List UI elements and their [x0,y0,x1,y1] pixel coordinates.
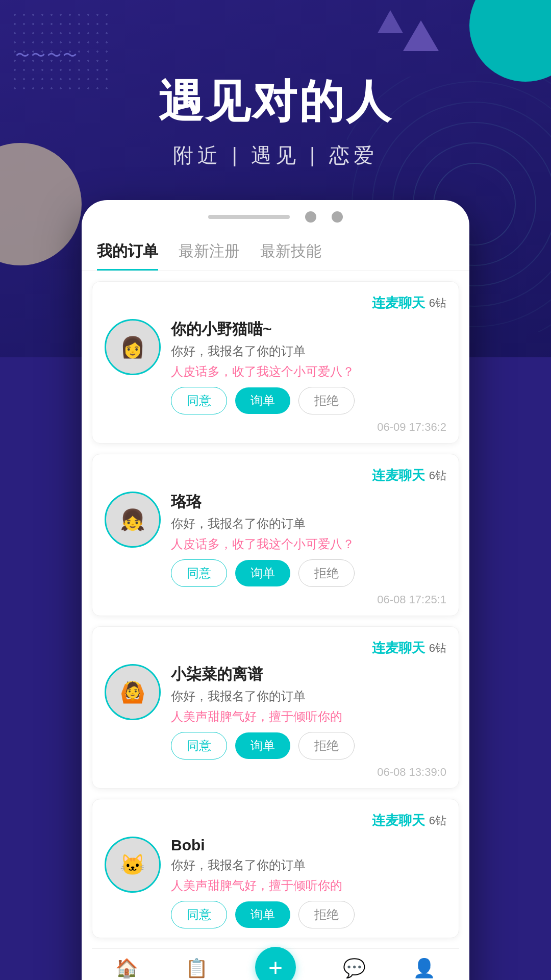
reject-btn-2[interactable]: 拒绝 [298,559,355,587]
card-body-3: 🙆 小柒菜的离谱 你好，我报名了你的订单 人美声甜脾气好，擅于倾听你的 同意 询… [105,664,446,760]
nav-messages[interactable]: 💬 消息 [343,958,366,980]
username-1: 你的小野猫喵~ [171,319,446,340]
action-buttons-3: 同意 询单 拒绝 [171,732,446,760]
action-buttons-2: 同意 询单 拒绝 [171,559,446,587]
card-time-3: 06-08 13:39:0 [105,766,446,779]
reject-btn-4[interactable]: 拒绝 [298,901,355,928]
card-info-2: 珞珞 你好，我报名了你的订单 人皮话多，收了我这个小可爱八？ 同意 询单 拒绝 [171,492,446,587]
hall-icon: 🏠 [115,958,138,979]
avatar-3: 🙆 [105,664,161,720]
tabs-bar: 我的订单 最新注册 最新技能 [82,232,469,271]
username-2: 珞珞 [171,492,446,512]
order-desc-3: 你好，我报名了你的订单 [171,688,446,704]
card-info-4: Bobi 你好，我报名了你的订单 人美声甜脾气好，擅于倾听你的 同意 询单 拒绝 [171,837,446,928]
orders-list: 连麦聊天 6钻 👩 你的小野猫喵~ 你好，我报名了你的订单 人皮话多，收了我这个… [82,281,469,938]
user-intro-3: 人美声甜脾气好，擅于倾听你的 [171,708,446,725]
card-tag-4: 连麦聊天 [372,812,425,829]
card-header-1: 连麦聊天 6钻 [105,294,446,312]
tab-my-orders[interactable]: 我的订单 [97,232,158,271]
hero-title: 遇见对的人 [0,71,551,132]
orders-icon: 📋 [185,958,208,979]
notch-bar [208,215,290,219]
card-header-3: 连麦聊天 6钻 [105,639,446,657]
action-buttons-1: 同意 询单 拒绝 [171,387,446,414]
order-desc-2: 你好，我报名了你的订单 [171,516,446,532]
hero-section: 遇见对的人 附近 | 遇见 | 恋爱 [0,0,551,169]
order-desc-1: 你好，我报名了你的订单 [171,343,446,359]
avatar-emoji-3: 🙆 [120,680,145,704]
card-tag-2: 连麦聊天 [372,467,425,484]
card-price-2: 6钻 [429,468,446,483]
user-intro-1: 人皮话多，收了我这个小可爱八？ [171,363,446,380]
card-price-4: 6钻 [429,813,446,828]
query-btn-4[interactable]: 询单 [235,901,290,928]
avatar-emoji-1: 👩 [120,335,145,359]
card-time-2: 06-08 17:25:1 [105,593,446,606]
avatar-emoji-4: 🐱 [120,853,145,877]
phone-top-bar [82,200,469,232]
card-header-4: 连麦聊天 6钻 [105,812,446,829]
order-card-3: 连麦聊天 6钻 🙆 小柒菜的离谱 你好，我报名了你的订单 人美声甜脾气好，擅于倾… [92,626,459,789]
bottom-nav: 🏠 大厅 📋 订单 + 💬 消息 👤 我的 [92,948,459,980]
action-buttons-4: 同意 询单 拒绝 [171,901,446,928]
agree-btn-1[interactable]: 同意 [171,387,227,414]
profile-icon: 👤 [413,958,436,979]
reject-btn-3[interactable]: 拒绝 [298,732,355,760]
card-header-2: 连麦聊天 6钻 [105,467,446,484]
agree-btn-2[interactable]: 同意 [171,559,227,587]
reject-btn-1[interactable]: 拒绝 [298,387,355,414]
avatar-4: 🐱 [105,837,161,893]
card-price-1: 6钻 [429,296,446,311]
phone-mockup: 我的订单 最新注册 最新技能 连麦聊天 6钻 👩 你的小野猫喵~ 你好，我报名了… [82,200,469,980]
card-info-1: 你的小野猫喵~ 你好，我报名了你的订单 人皮话多，收了我这个小可爱八？ 同意 询… [171,319,446,414]
card-price-3: 6钻 [429,641,446,656]
username-3: 小柒菜的离谱 [171,664,446,685]
username-4: Bobi [171,837,446,854]
tab-latest-register[interactable]: 最新注册 [179,232,240,271]
agree-btn-4[interactable]: 同意 [171,901,227,928]
camera-dot-2 [332,211,343,223]
order-card-1: 连麦聊天 6钻 👩 你的小野猫喵~ 你好，我报名了你的订单 人皮话多，收了我这个… [92,281,459,444]
nav-publish-btn[interactable]: + [255,947,296,980]
avatar-1: 👩 [105,319,161,375]
card-tag-1: 连麦聊天 [372,294,425,312]
avatar-emoji-2: 👧 [120,508,145,532]
user-intro-2: 人皮话多，收了我这个小可爱八？ [171,536,446,552]
user-intro-4: 人美声甜脾气好，擅于倾听你的 [171,877,446,894]
query-btn-3[interactable]: 询单 [235,732,290,759]
query-btn-2[interactable]: 询单 [235,560,290,586]
card-body-2: 👧 珞珞 你好，我报名了你的订单 人皮话多，收了我这个小可爱八？ 同意 询单 拒… [105,492,446,587]
card-info-3: 小柒菜的离谱 你好，我报名了你的订单 人美声甜脾气好，擅于倾听你的 同意 询单 … [171,664,446,760]
card-time-1: 06-09 17:36:2 [105,421,446,434]
agree-btn-3[interactable]: 同意 [171,732,227,760]
nav-hall[interactable]: 🏠 大厅 [115,958,138,980]
order-card-4: 连麦聊天 6钻 🐱 Bobi 你好，我报名了你的订单 人美声甜脾气好，擅于倾听你… [92,799,459,938]
order-card-2: 连麦聊天 6钻 👧 珞珞 你好，我报名了你的订单 人皮话多，收了我这个小可爱八？… [92,454,459,616]
card-tag-3: 连麦聊天 [372,639,425,657]
plus-icon: + [268,953,283,981]
card-body-1: 👩 你的小野猫喵~ 你好，我报名了你的订单 人皮话多，收了我这个小可爱八？ 同意… [105,319,446,414]
message-icon: 💬 [343,958,366,979]
nav-orders[interactable]: 📋 订单 [185,958,208,980]
query-btn-1[interactable]: 询单 [235,387,290,414]
camera-dot-1 [305,211,316,223]
avatar-2: 👧 [105,492,161,548]
hero-subtitle: 附近 | 遇见 | 恋爱 [0,141,551,169]
order-desc-4: 你好，我报名了你的订单 [171,857,446,873]
nav-profile[interactable]: 👤 我的 [413,958,436,980]
card-body-4: 🐱 Bobi 你好，我报名了你的订单 人美声甜脾气好，擅于倾听你的 同意 询单 … [105,837,446,928]
tab-latest-skills[interactable]: 最新技能 [260,232,321,271]
